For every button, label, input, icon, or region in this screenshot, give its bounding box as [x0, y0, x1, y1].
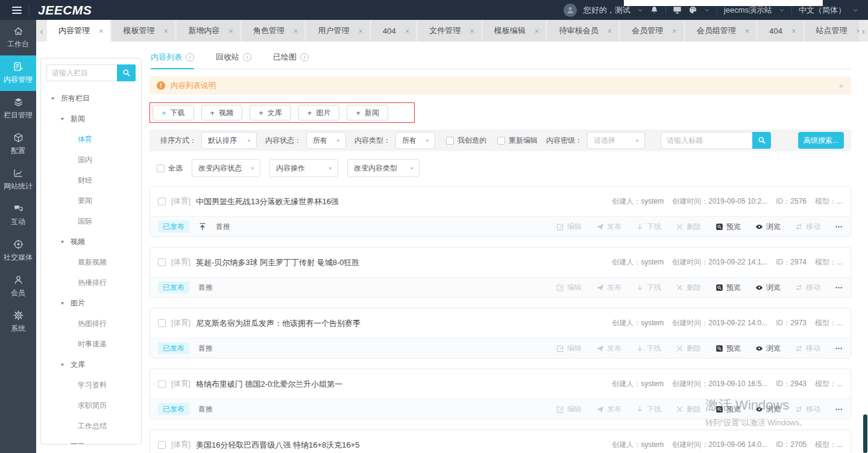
delete-action[interactable]: 删除 — [676, 404, 701, 414]
tree-item[interactable]: 国际 — [46, 211, 136, 231]
caret-down-icon[interactable]: ▼ — [60, 301, 65, 306]
add-button[interactable]: +文库 — [250, 105, 291, 120]
title-search-input[interactable] — [661, 132, 752, 149]
close-icon[interactable]: × — [164, 27, 169, 36]
tree-search-input[interactable] — [46, 64, 117, 81]
checkbox[interactable] — [446, 137, 454, 145]
close-icon[interactable]: × — [358, 27, 363, 36]
tabs-scroll-left-icon[interactable]: ‹ — [36, 20, 47, 42]
checkbox[interactable] — [158, 380, 166, 388]
window-tab[interactable]: 模板管理× — [112, 20, 175, 42]
preview-action[interactable]: 预览 — [715, 343, 741, 354]
type-select[interactable]: 所有▼ — [395, 132, 435, 149]
tree-item[interactable]: ▼新闻 — [46, 108, 136, 129]
tree-search-button[interactable] — [117, 64, 136, 81]
secret-select[interactable]: 请选择▼ — [587, 132, 645, 149]
row-title[interactable]: 中国男篮生死战13分落败无缘世界杯16强 — [196, 196, 339, 207]
close-icon[interactable]: × — [535, 27, 539, 36]
window-tab[interactable]: 模板编辑× — [483, 20, 546, 42]
tree-item[interactable]: 财经 — [46, 170, 136, 190]
close-icon[interactable]: × — [405, 27, 410, 36]
tree-item[interactable]: 热播排行 — [46, 272, 136, 293]
edit-action[interactable]: 编辑 — [556, 343, 582, 354]
reedit-checkbox[interactable]: 重新编辑 — [497, 136, 538, 146]
browse-action[interactable]: 浏览 — [755, 222, 781, 232]
tree-item[interactable]: 最新视频 — [46, 252, 136, 272]
publish-action[interactable]: 发布 — [596, 404, 621, 414]
browse-action[interactable]: 浏览 — [755, 343, 781, 354]
tree-item[interactable]: ▼文库 — [46, 354, 136, 375]
content-operation-select[interactable]: 内容操作▼ — [269, 159, 338, 177]
offline-action[interactable]: 下线 — [636, 343, 661, 354]
checkbox[interactable] — [497, 137, 505, 145]
move-action[interactable]: 移动 — [795, 343, 820, 354]
caret-down-icon[interactable]: ▼ — [60, 239, 65, 245]
caret-down-icon[interactable]: ▼ — [60, 444, 65, 445]
browse-action[interactable]: 浏览 — [755, 283, 781, 293]
advanced-search-button[interactable]: 高级搜索... — [798, 132, 844, 149]
close-icon[interactable]: × — [838, 81, 844, 91]
caret-down-icon[interactable]: ▼ — [60, 362, 65, 367]
move-action[interactable]: 移动 — [795, 404, 820, 414]
close-icon[interactable]: × — [99, 27, 104, 36]
window-tab[interactable]: 文件管理× — [418, 20, 481, 42]
tree-item[interactable]: ▼图片 — [46, 293, 136, 313]
checkbox[interactable] — [158, 258, 166, 266]
add-button[interactable]: +新闻 — [347, 105, 388, 120]
tree-item[interactable]: ▼下载 — [46, 436, 136, 445]
add-button[interactable]: +图片 — [298, 105, 340, 120]
edit-action[interactable]: 编辑 — [556, 404, 582, 414]
more-action[interactable] — [835, 345, 843, 352]
sort-select[interactable]: 默认排序▼ — [201, 132, 257, 149]
add-button[interactable]: +视频 — [201, 105, 243, 120]
move-action[interactable]: 移动 — [795, 283, 820, 293]
publish-action[interactable]: 发布 — [596, 343, 621, 354]
checkbox[interactable] — [158, 319, 166, 327]
tree-item[interactable]: 学习资料 — [46, 375, 136, 395]
tabs-scroll-right-icon[interactable]: › — [859, 20, 868, 42]
tree-item[interactable]: 热图排行 — [46, 313, 136, 334]
language-selector[interactable]: 中文（简体） — [799, 5, 846, 16]
sidebar-item-social[interactable]: 社交媒体 — [0, 233, 36, 269]
row-title[interactable]: 美国16分轻取巴西晋级八强 特纳16+8沃克16+5 — [196, 440, 360, 451]
close-icon[interactable]: × — [791, 27, 796, 36]
select-all-checkbox[interactable]: 全选 — [157, 163, 183, 173]
close-icon[interactable]: × — [607, 27, 612, 36]
window-tab[interactable]: 会员组管理× — [685, 20, 756, 42]
more-action[interactable] — [835, 405, 843, 413]
offline-action[interactable]: 下线 — [636, 283, 661, 293]
preview-action[interactable]: 预览 — [715, 222, 741, 232]
close-icon[interactable]: × — [470, 27, 474, 36]
row-title[interactable]: 英超-贝尔纳多3球 阿圭罗丁丁传射 曼城8-0狂胜 — [196, 257, 360, 268]
mine-checkbox[interactable]: 我创造的 — [446, 136, 486, 146]
preview-action[interactable]: 预览 — [715, 404, 741, 414]
tab-content-list[interactable]: 内容列表i — [151, 52, 194, 63]
checkbox[interactable] — [158, 198, 166, 205]
window-tab[interactable]: 新增内容× — [177, 20, 240, 42]
row-title[interactable]: 格纳布里破门 德国2-0北爱尔兰升小组第一 — [196, 379, 342, 390]
sidebar-item-system[interactable]: 系统 — [0, 304, 36, 340]
tree-item[interactable]: 体育 — [46, 129, 136, 149]
more-action[interactable] — [835, 223, 843, 231]
site-selector[interactable]: jeecms演示站 — [724, 5, 772, 16]
sidebar-item-member[interactable]: 会员 — [0, 269, 36, 304]
scrollbar-thumb[interactable] — [863, 414, 867, 453]
user-greeting[interactable]: 您好的，测试 — [583, 5, 631, 16]
checkbox[interactable] — [157, 164, 165, 172]
row-title[interactable]: 尼克斯名宿为甜瓜发声：他该拥有一个告别赛季 — [196, 318, 360, 329]
change-status-select[interactable]: 改变内容状态▼ — [192, 159, 260, 177]
sidebar-item-interact[interactable]: 互动 — [0, 198, 36, 233]
sidebar-item-workbench[interactable]: 工作台 — [0, 20, 36, 55]
window-tab[interactable]: 会员管理× — [620, 20, 684, 42]
avatar[interactable] — [564, 4, 577, 17]
bell-icon[interactable] — [650, 5, 659, 14]
preview-action[interactable]: 预览 — [715, 283, 741, 293]
menu-toggle-icon[interactable] — [5, 0, 29, 20]
window-tab[interactable]: 待审核会员× — [547, 20, 618, 42]
tree-item[interactable]: 国内 — [46, 149, 136, 170]
search-button[interactable] — [752, 132, 771, 149]
move-action[interactable]: 移动 — [795, 222, 820, 232]
delete-action[interactable]: 删除 — [676, 222, 701, 232]
delete-action[interactable]: 删除 — [676, 343, 701, 354]
window-tab[interactable]: 内容管理× — [47, 20, 110, 42]
